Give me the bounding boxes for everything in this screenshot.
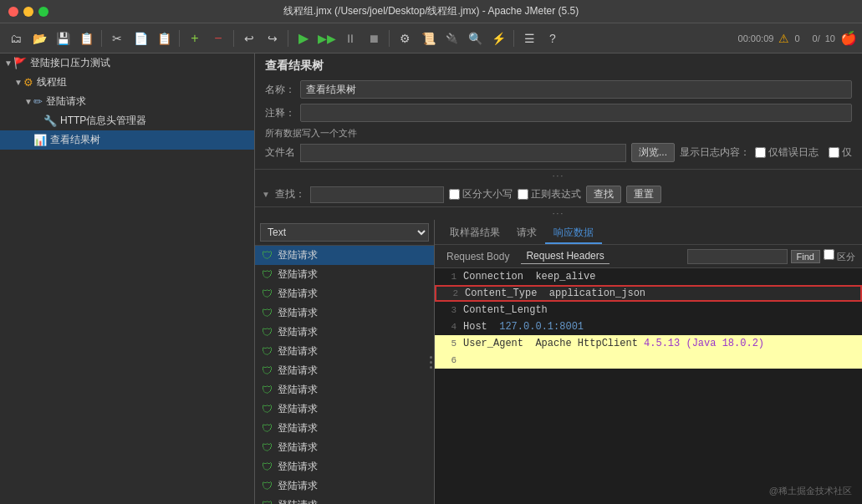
jmeter-plugin-button[interactable]: 🔌 <box>441 28 462 49</box>
list-item-7[interactable]: 🛡 登陆请求 <box>255 380 434 400</box>
paste-button[interactable]: 📋 <box>153 28 175 49</box>
file-label: 文件名 <box>265 145 295 160</box>
redo-button[interactable]: ↪ <box>262 28 283 49</box>
list-label-9: 登陆请求 <box>278 421 318 435</box>
name-input[interactable] <box>300 80 852 99</box>
sidebar-item-login-request[interactable]: ▼ ✏ 登陆请求 <box>0 92 254 111</box>
code-text-4a: Host <box>463 321 499 333</box>
list-item-6[interactable]: 🛡 登陆请求 <box>255 361 434 380</box>
comment-label: 注释： <box>265 106 295 120</box>
help-button[interactable]: ? <box>542 28 564 49</box>
add-button[interactable]: + <box>184 28 206 49</box>
list-label-8: 登陆请求 <box>278 402 318 416</box>
list-label-10: 登陆请求 <box>278 440 318 455</box>
display-label: 显示日志内容： <box>680 145 750 160</box>
file-input[interactable] <box>300 144 626 162</box>
run-all-button[interactable]: ▶▶ <box>316 28 338 49</box>
resize-handle[interactable] <box>427 220 434 504</box>
tab-sampler[interactable]: 取样器结果 <box>441 223 508 244</box>
open-button[interactable]: 📂 <box>28 28 50 49</box>
list-item-11[interactable]: 🛡 登陆请求 <box>255 457 434 476</box>
list-label-11: 登陆请求 <box>278 460 318 474</box>
maximize-button[interactable] <box>38 7 48 17</box>
sidebar-label-3: 登陆请求 <box>46 94 86 109</box>
copy-button[interactable]: 📄 <box>130 28 151 49</box>
dropdown-row: Text <box>255 220 434 246</box>
remove-button[interactable]: − <box>207 28 229 49</box>
pencil-icon: ✏ <box>33 95 43 108</box>
success-icon-9: 🛡 <box>262 422 273 435</box>
collapse-arrow[interactable]: ▼ <box>262 190 270 199</box>
list-item-5[interactable]: 🛡 登陆请求 <box>255 342 434 361</box>
form-area: 名称： 注释： 所有数据写入一个文件 文件名 浏览... 显示日志内容： 仅错误… <box>255 74 862 170</box>
run-button[interactable]: ▶ <box>293 28 314 49</box>
tab-request[interactable]: 请求 <box>508 223 545 244</box>
script-button[interactable]: 📜 <box>417 28 439 49</box>
sidebar-item-thread-group[interactable]: ▼ ⚙ 线程组 <box>0 73 254 92</box>
error-only-checkbox-label[interactable]: 仅错误日志 <box>755 145 819 160</box>
list-item-1[interactable]: 🛡 登陆请求 <box>255 265 434 284</box>
find-checkbox-label[interactable]: 区分 <box>824 249 855 263</box>
find-button[interactable]: 查找 <box>586 186 621 203</box>
list-item-0[interactable]: 🛡 登陆请求 <box>255 246 434 265</box>
reset-button[interactable]: 重置 <box>626 186 661 203</box>
find-inline-input[interactable] <box>687 249 788 264</box>
find-inline-button[interactable]: Find <box>791 250 820 263</box>
success-icon-1: 🛡 <box>262 268 273 281</box>
case-sensitive-label[interactable]: 区分大小写 <box>449 187 513 201</box>
code-line-6: 6 <box>435 352 862 369</box>
settings-button[interactable]: ⚙ <box>394 28 416 49</box>
sidebar-item-http-header[interactable]: 🔧 HTTP信息头管理器 <box>0 111 254 130</box>
stop-button[interactable]: ⏸ <box>339 28 361 49</box>
subtab-headers[interactable]: Request Headers <box>521 248 609 264</box>
success-icon-4: 🛡 <box>262 326 273 339</box>
stop-now-button[interactable]: ⏹ <box>363 28 385 49</box>
list-item-12[interactable]: 🛡 登陆请求 <box>255 476 434 496</box>
list-item-3[interactable]: 🛡 登陆请求 <box>255 303 434 323</box>
success-only-checkbox[interactable] <box>829 147 839 158</box>
list-item-9[interactable]: 🛡 登陆请求 <box>255 419 434 438</box>
list-item-10[interactable]: 🛡 登陆请求 <box>255 438 434 457</box>
tab-response[interactable]: 响应数据 <box>545 223 602 244</box>
success-icon-5: 🛡 <box>262 345 273 358</box>
sample-list-container: Text 🛡 登陆请求 🛡 登陆请求 🛡 登陆请求 <box>255 220 435 504</box>
line-num-5: 5 <box>438 339 457 349</box>
case-sensitive-checkbox[interactable] <box>449 189 460 200</box>
code-text-1: Connection keep_alive <box>463 271 595 283</box>
minimize-button[interactable] <box>23 7 33 17</box>
list-item-13[interactable]: 🛡 登陆请求 <box>255 496 434 504</box>
close-button[interactable] <box>8 7 18 17</box>
code-text-4b: 127.0.0.1:8001 <box>499 321 584 333</box>
success-icon-3: 🛡 <box>262 307 273 319</box>
new-button[interactable]: 🗂 <box>5 28 27 49</box>
list-button[interactable]: ☰ <box>518 28 540 49</box>
cut-button[interactable]: ✂ <box>106 28 128 49</box>
save-all-button[interactable]: 📋 <box>75 28 97 49</box>
tree-arrow-2: ▼ <box>13 78 23 87</box>
line-num-2: 2 <box>440 288 458 298</box>
browse-button[interactable]: 浏览... <box>631 143 675 162</box>
success-icon-11: 🛡 <box>262 461 273 473</box>
regex-checkbox[interactable] <box>518 189 528 200</box>
list-label-0: 登陆请求 <box>278 248 318 262</box>
success-only-checkbox-label[interactable]: 仅 <box>829 145 852 160</box>
list-item-4[interactable]: 🛡 登陆请求 <box>255 323 434 342</box>
find-checkbox[interactable] <box>824 249 834 260</box>
sidebar-item-view-result[interactable]: 📊 查看结果树 <box>0 130 254 150</box>
search-input[interactable] <box>310 186 444 203</box>
comment-input[interactable] <box>300 104 852 122</box>
explore-button[interactable]: 🔍 <box>464 28 486 49</box>
arrow-button[interactable]: ⚡ <box>487 28 509 49</box>
list-item-8[interactable]: 🛡 登陆请求 <box>255 400 434 419</box>
success-icon-0: 🛡 <box>262 249 273 262</box>
subtab-body[interactable]: Request Body <box>441 249 514 264</box>
list-item-2[interactable]: 🛡 登陆请求 <box>255 284 434 303</box>
view-type-select[interactable]: Text <box>260 223 429 242</box>
undo-button[interactable]: ↩ <box>238 28 260 49</box>
sep4 <box>288 30 288 47</box>
regex-label[interactable]: 正则表达式 <box>518 187 581 201</box>
save-button[interactable]: 💾 <box>52 28 74 49</box>
error-only-checkbox[interactable] <box>755 147 766 158</box>
title-bar: 线程组.jmx (/Users/joel/Desktop/线程组.jmx) - … <box>0 0 862 23</box>
sidebar-item-login-pressure[interactable]: ▼ 🚩 登陆接口压力测试 <box>0 53 254 73</box>
